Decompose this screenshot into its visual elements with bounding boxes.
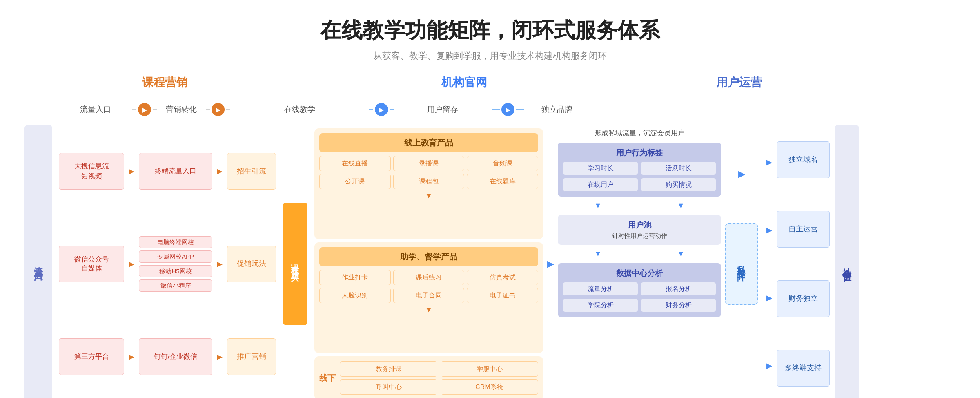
- study-item-3: 仿真考试: [467, 270, 538, 285]
- page: 在线教学功能矩阵，闭环式服务体系 从获客、教学、复购到学服，用专业技术构建机构服…: [0, 0, 980, 398]
- arrow-col-4: ▶ ▶ ▶ ▶: [762, 125, 777, 398]
- behavior-tag-label: 用户行为标签: [563, 148, 716, 158]
- process-label-traffic: 流量入口: [59, 104, 132, 115]
- tag-3: 在线用户: [563, 178, 638, 192]
- terminal-item-2c: 移动H5网校: [139, 265, 212, 277]
- traffic-source-3: 第三方平台: [59, 338, 124, 375]
- study-item-2: 课后练习: [393, 270, 465, 285]
- product-item-2: 录播课: [393, 156, 465, 171]
- online-teaching-section: 线上教育产品 在线直播 录播课 音频课 公开课 课程包 在线题库 ▼ 助学、督学…: [314, 125, 543, 398]
- down-arrow-3: ▼: [558, 201, 638, 210]
- study-assist-section: 助学、督学产品 作业打卡 课后练习 仿真考试 人脸识别 电子合同 电子证书 ▼: [314, 242, 543, 353]
- offline-item-1: 教务排课: [340, 361, 437, 377]
- offline-item-3: 呼叫中心: [340, 379, 437, 395]
- tag-2: 活跃时长: [641, 161, 716, 175]
- terminal-item-2d: 微信小程序: [139, 279, 212, 292]
- brand-item-3: 财务独立: [777, 280, 830, 317]
- terminal-col: 终端流量入口 电脑终端网校 专属网校APP 移动H5网校 微信小程序 钉钉/企业…: [139, 125, 212, 398]
- product-item-5: 课程包: [393, 174, 465, 189]
- data-item-4: 财务分析: [641, 298, 716, 312]
- right-label-box: 社会价值: [835, 125, 859, 398]
- traffic-sources-col: 大搜信息流短视频 微信公众号自媒体 第三方平台: [59, 125, 124, 398]
- data-center-label: 数据中心分析: [563, 268, 716, 279]
- terminal-item-1: 终端流量入口: [139, 153, 212, 190]
- product-item-1: 在线直播: [319, 156, 391, 171]
- product-item-3: 音频课: [467, 156, 538, 171]
- brand-item-2: 自主运营: [777, 211, 830, 248]
- tag-4: 购买情况: [641, 178, 716, 192]
- process-label-retention: 用户留存: [394, 104, 492, 115]
- left-label-box: 流量入口: [24, 125, 52, 398]
- down-arrow-5: ▼: [558, 250, 638, 258]
- down-arrow-6: ▼: [641, 250, 721, 258]
- user-pool-sub: 针对性用户运营动作: [563, 232, 716, 240]
- traffic-source-2: 微信公众号自媒体: [59, 246, 124, 282]
- arrow-col-3: ▶: [543, 125, 558, 398]
- conversion-col: 招生引流 促销玩法 推广营销: [227, 125, 276, 398]
- offline-item-4: CRM系统: [441, 379, 538, 395]
- user-pool-section: 用户池 针对性用户运营动作: [558, 215, 721, 245]
- arrow-4: ▶: [501, 103, 514, 116]
- traffic-source-1: 大搜信息流短视频: [59, 153, 124, 190]
- behavior-tag-section: 用户行为标签 学习时长 活跃时长 在线用户 购买情况: [558, 143, 721, 197]
- online-education-product: 线上教育产品 在线直播 录播课 音频课 公开课 课程包 在线题库 ▼: [314, 128, 543, 239]
- section-label-user-ops: 用户运营: [621, 74, 858, 91]
- down-arrow-4: ▼: [641, 201, 721, 210]
- brand-col: 独立域名 自主运营 财务独立 多终端支持: [777, 125, 830, 398]
- arrow-col-1: ▶ ▶ ▶: [124, 125, 139, 398]
- private-matrix-area: ▶ 私域矩阵: [721, 125, 762, 398]
- brand-item-1: 独立域名: [777, 141, 830, 178]
- page-title: 在线教学功能矩阵，闭环式服务体系: [24, 16, 956, 45]
- process-label-online: 在线教学: [230, 104, 369, 115]
- arrow-col-2: ▶ ▶ ▶: [212, 125, 227, 398]
- terminal-item-2a: 电脑终端网校: [139, 236, 212, 248]
- course-buy-area: 课程购买: [281, 125, 310, 398]
- right-label-area: 社会价值: [835, 125, 863, 398]
- study-item-6: 电子证书: [467, 288, 538, 303]
- study-assist-title: 助学、督学产品: [319, 247, 538, 266]
- study-item-4: 人脸识别: [319, 288, 391, 303]
- product-item-4: 公开课: [319, 174, 391, 189]
- conversion-3: 推广营销: [227, 338, 276, 375]
- left-label: 流量入口: [32, 259, 45, 269]
- study-item-1: 作业打卡: [319, 270, 391, 285]
- process-label-conversion: 营销转化: [157, 104, 206, 115]
- user-retention-section: 形成私域流量，沉淀会员用户 用户行为标签 学习时长 活跃时长 在线用户 购买情况…: [558, 125, 721, 398]
- tag-1: 学习时长: [563, 161, 638, 175]
- down-arrow-1: ▼: [319, 192, 538, 200]
- user-pool-label: 用户池: [563, 220, 716, 230]
- private-matrix-label: 私域矩阵: [736, 259, 747, 269]
- right-label-text: 社会价值: [841, 261, 853, 267]
- data-center-section: 数据中心分析 流量分析 报名分析 学院分析 财务分析: [558, 263, 721, 317]
- process-label-brand: 独立品牌: [524, 104, 590, 115]
- study-item-5: 电子合同: [393, 288, 465, 303]
- conversion-2: 促销玩法: [227, 246, 276, 282]
- product-item-6: 在线题库: [467, 174, 538, 189]
- terminal-item-2b: 专属网校APP: [139, 250, 212, 263]
- offline-label: 线下: [319, 373, 336, 384]
- header: 在线教学功能矩阵，闭环式服务体系 从获客、教学、复购到学服，用专业技术构建机构服…: [24, 16, 956, 62]
- conversion-1: 招生引流: [227, 153, 276, 190]
- section-label-website: 机构官网: [308, 74, 621, 91]
- offline-item-2: 学服中心: [441, 361, 538, 377]
- arrow-1: ▶: [138, 103, 151, 116]
- section-label-marketing: 课程营销: [59, 74, 271, 91]
- data-item-1: 流量分析: [563, 282, 638, 296]
- private-flow-text: 形成私域流量，沉淀会员用户: [558, 128, 721, 138]
- page-subtitle: 从获客、教学、复购到学服，用专业技术构建机构服务闭环: [24, 50, 956, 62]
- down-arrow-2: ▼: [319, 306, 538, 314]
- data-item-2: 报名分析: [641, 282, 716, 296]
- brand-item-4: 多终端支持: [777, 350, 830, 387]
- course-buy-box: 课程购买: [283, 203, 307, 325]
- offline-section: 线下 教务排课 学服中心 呼叫中心 CRM系统: [314, 356, 543, 398]
- online-product-title: 线上教育产品: [319, 133, 538, 152]
- terminal-item-3: 钉钉/企业微信: [139, 338, 212, 375]
- data-item-3: 学院分析: [563, 298, 638, 312]
- arrow-3: ▶: [375, 103, 388, 116]
- arrow-2: ▶: [212, 103, 225, 116]
